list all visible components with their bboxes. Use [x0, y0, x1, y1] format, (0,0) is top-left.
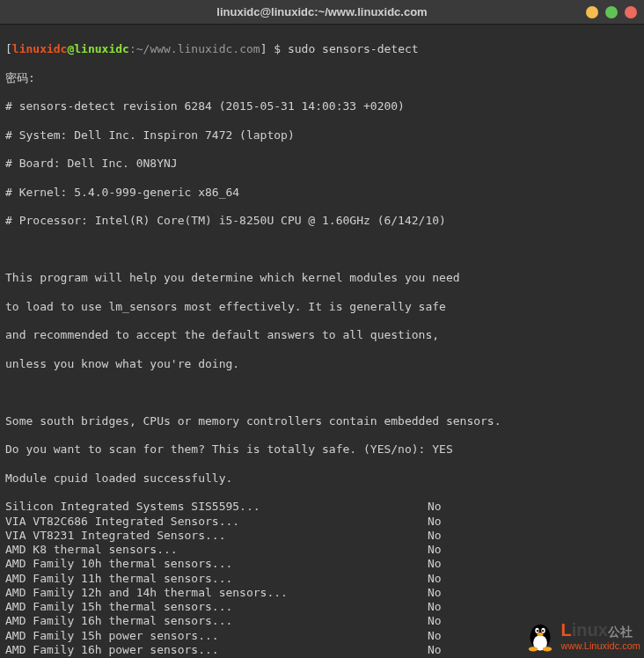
terminal-content[interactable]: [linuxidc@linuxidc:~/www.linuxidc.com] $… — [0, 25, 644, 658]
prompt-sep: : — [129, 42, 136, 55]
sensor-row: AMD Family 16h thermal sensors...No — [5, 614, 498, 628]
sensor-row: AMD Family 15h power sensors...No — [5, 629, 498, 643]
watermark-url: www.Linuxidc.com — [561, 640, 640, 651]
output-line: Some south bridges, CPUs or memory contr… — [5, 414, 639, 428]
sensor-name: AMD Family 15h power sensors... — [5, 629, 428, 643]
sensor-name: AMD Family 15h thermal sensors... — [5, 600, 428, 614]
sensor-row: AMD K8 thermal sensors...No — [5, 543, 498, 557]
output-line: # Kernel: 5.4.0-999-generic x86_64 — [5, 186, 639, 200]
output-line: and recommended to accept the default an… — [5, 328, 639, 342]
svg-point-5 — [541, 630, 543, 632]
output-line: # System: Dell Inc. Inspiron 7472 (lapto… — [5, 128, 639, 143]
minimize-button[interactable] — [586, 6, 598, 18]
command-text: sudo sensors-detect — [288, 42, 419, 55]
close-button[interactable] — [625, 6, 637, 18]
sensor-name: AMD Family 16h thermal sensors... — [5, 614, 428, 628]
blank-line — [5, 243, 639, 257]
sensor-name: AMD K8 thermal sensors... — [5, 543, 428, 557]
sensor-result: No — [428, 529, 498, 543]
output-line: # Processor: Intel(R) Core(TM) i5-8250U … — [5, 214, 639, 228]
prompt-host: linuxidc — [74, 42, 129, 55]
svg-point-6 — [537, 632, 543, 636]
watermark-brand-rest: inux — [572, 620, 608, 640]
window-titlebar: linuxidc@linuxidc:~/www.linuxidc.com — [0, 0, 644, 25]
svg-point-4 — [536, 630, 538, 632]
sensor-row: AMD Family 15h thermal sensors...No — [5, 600, 498, 614]
sensor-result: No — [428, 557, 498, 571]
watermark: Linux公社 www.Linuxidc.com — [521, 616, 640, 654]
svg-point-7 — [528, 647, 538, 651]
prompt-line: [linuxidc@linuxidc:~/www.linuxidc.com] $… — [5, 42, 639, 56]
output-line: Module cpuid loaded successfully. — [5, 472, 639, 486]
watermark-text: Linux公社 www.Linuxidc.com — [561, 620, 640, 651]
sensor-result: No — [428, 643, 498, 657]
sensor-row: AMD Family 12h and 14h thermal sensors..… — [5, 586, 498, 600]
sensor-result: No — [428, 500, 498, 514]
sensor-result: No — [428, 515, 498, 529]
sensor-name: AMD Family 12h and 14h thermal sensors..… — [5, 586, 428, 600]
watermark-brand-suffix: 公社 — [608, 625, 633, 639]
sensor-name: VIA VT8231 Integrated Sensors... — [5, 529, 428, 543]
sensor-result: No — [428, 543, 498, 557]
sensor-row: AMD Family 16h power sensors...No — [5, 643, 498, 657]
svg-point-8 — [542, 647, 552, 651]
sensor-name: Silicon Integrated Systems SIS5595... — [5, 500, 428, 514]
maximize-button[interactable] — [605, 6, 618, 18]
sensor-row: AMD Family 10h thermal sensors...No — [5, 557, 498, 571]
sensor-result: No — [428, 614, 498, 628]
sensor-name: VIA VT82C686 Integrated Sensors... — [5, 515, 428, 529]
window-controls — [586, 6, 637, 18]
output-line: This program will help you determine whi… — [5, 271, 639, 285]
sensor-row: VIA VT8231 Integrated Sensors...No — [5, 529, 498, 543]
sensor-name: AMD Family 10h thermal sensors... — [5, 557, 428, 571]
prompt-end: ] $ — [260, 42, 288, 55]
sensor-result: No — [428, 586, 498, 600]
output-line: 密码: — [5, 71, 639, 85]
window-title: linuxidc@linuxidc:~/www.linuxidc.com — [216, 5, 427, 18]
sensor-name: AMD Family 11h thermal sensors... — [5, 572, 428, 586]
prompt-user: linuxidc — [12, 42, 68, 55]
sensor-result: No — [428, 572, 498, 586]
watermark-brand-l: L — [561, 620, 572, 640]
output-line: # sensors-detect revision 6284 (2015-05-… — [5, 99, 639, 113]
output-line: to load to use lm_sensors most effective… — [5, 300, 639, 314]
output-line: unless you know what you're doing. — [5, 357, 639, 371]
blank-line — [5, 385, 639, 399]
output-line: Do you want to scan for them? This is to… — [5, 442, 639, 457]
sensor-row: VIA VT82C686 Integrated Sensors...No — [5, 515, 498, 529]
output-line: # Board: Dell Inc. 0N8YNJ — [5, 157, 639, 171]
sensor-name: AMD Family 16h power sensors... — [5, 643, 428, 657]
sensor-result: No — [428, 629, 498, 643]
sensor-row: Silicon Integrated Systems SIS5595...No — [5, 500, 498, 514]
prompt-path: ~/www.linuxidc.com — [136, 42, 260, 55]
sensor-result: No — [428, 600, 498, 614]
tux-icon — [521, 616, 560, 654]
sensor-row: AMD Family 11h thermal sensors...No — [5, 572, 498, 586]
